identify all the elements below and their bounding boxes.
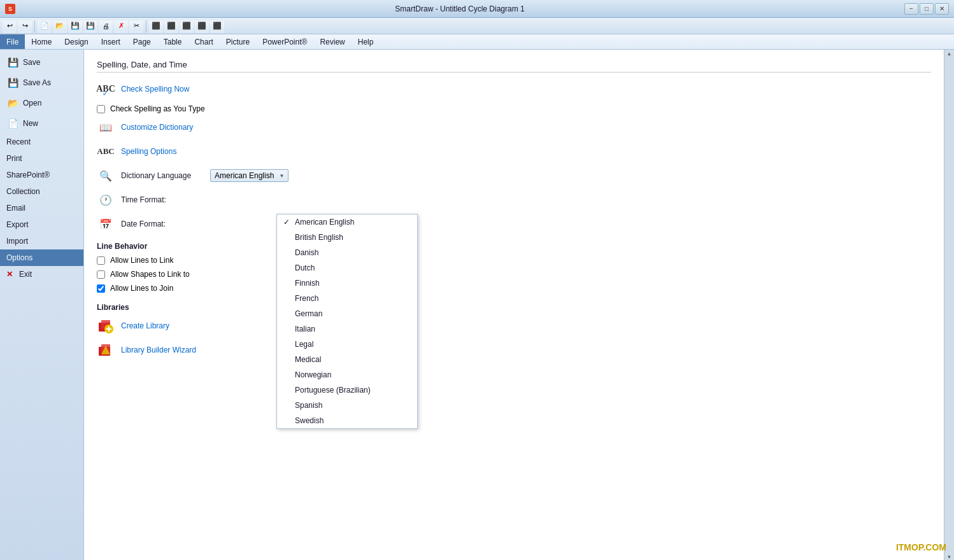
dropdown-option-norwegian[interactable]: Norwegian	[277, 367, 417, 382]
toolbar-btn5[interactable]: ⬛	[210, 20, 224, 32]
sidebar-item-export[interactable]: Export	[0, 216, 83, 233]
window-title: SmartDraw - Untitled Cycle Diagram 1	[15, 4, 904, 13]
toolbar-save2[interactable]: 💾	[83, 20, 97, 32]
dropdown-option-medical[interactable]: Medical	[277, 352, 417, 367]
spelling-options-row: ABC Spelling Options	[97, 143, 931, 160]
menu-page[interactable]: Page	[127, 34, 157, 49]
toolbar-save[interactable]: 💾	[68, 20, 82, 32]
sidebar-item-new[interactable]: 📄 New	[0, 113, 83, 134]
menu-table[interactable]: Table	[157, 34, 189, 49]
sidebar-item-collection[interactable]: Collection	[0, 183, 83, 200]
time-icon: 🕐	[97, 191, 115, 209]
menu-home[interactable]: Home	[25, 34, 58, 49]
menu-powerpoint[interactable]: PowerPoint®	[256, 34, 313, 49]
create-library-icon	[97, 317, 115, 335]
toolbar-new[interactable]: 📄	[38, 20, 52, 32]
toolbar-undo[interactable]: ↩	[3, 20, 17, 32]
toolbar-btn4[interactable]: ⬛	[195, 20, 209, 32]
date-format-row: 📅 Date Format:	[97, 215, 931, 233]
sidebar-saveas-label: Save As	[23, 78, 51, 87]
allow-lines-join-checkbox[interactable]	[97, 284, 105, 293]
sidebar-item-print[interactable]: Print	[0, 150, 83, 167]
menu-picture[interactable]: Picture	[220, 34, 256, 49]
menu-design[interactable]: Design	[58, 34, 94, 49]
dropdown-option-dutch[interactable]: Dutch	[277, 260, 417, 276]
toolbar-btn3[interactable]: ⬛	[180, 20, 194, 32]
sidebar-item-sharepoint[interactable]: SharePoint®	[0, 167, 83, 183]
dropdown-option-finnish[interactable]: Finnish	[277, 276, 417, 291]
date-format-label: Date Format:	[121, 220, 204, 228]
dropdown-option-spanish[interactable]: Spanish	[277, 398, 417, 413]
menu-file[interactable]: File	[0, 34, 25, 49]
dropdown-option-british-english[interactable]: British English	[277, 230, 417, 245]
toolbar-sep-2	[146, 20, 146, 32]
toolbar-delete[interactable]: ✗	[114, 20, 128, 32]
menu-insert[interactable]: Insert	[95, 34, 127, 49]
dict-lang-icon: 🔍	[97, 167, 115, 185]
maximize-button[interactable]: □	[920, 3, 934, 15]
sidebar-item-recent[interactable]: Recent	[0, 134, 83, 150]
toolbar-redo[interactable]: ↪	[18, 20, 32, 32]
title-bar: S SmartDraw - Untitled Cycle Diagram 1 −…	[0, 0, 954, 18]
watermark: ITMOP.COM	[896, 542, 946, 552]
customize-dict-label[interactable]: Customize Dictionary	[121, 123, 193, 132]
sidebar-email-label: Email	[6, 204, 25, 213]
time-format-label: Time Format:	[121, 195, 204, 204]
sidebar-item-import[interactable]: Import	[0, 233, 83, 249]
open-icon: 📂	[6, 97, 19, 109]
close-button[interactable]: ✕	[935, 3, 949, 15]
library-builder-row[interactable]: Library Builder Wizard	[97, 341, 931, 359]
menu-chart[interactable]: Chart	[188, 34, 219, 49]
check-spelling-type-checkbox[interactable]	[97, 105, 105, 113]
check-spelling-now-row: ABC ✓ Check Spelling Now	[97, 80, 931, 98]
sidebar-sharepoint-label: SharePoint®	[6, 171, 50, 179]
sidebar-item-open[interactable]: 📂 Open	[0, 93, 83, 113]
sidebar-item-email[interactable]: Email	[0, 200, 83, 216]
scrollbar[interactable]: ▲ ▼	[944, 50, 954, 560]
dropdown-option-french[interactable]: French	[277, 291, 417, 306]
toolbar: ↩ ↪ 📄 📂 💾 💾 🖨 ✗ ✂ ⬛ ⬛ ⬛ ⬛ ⬛	[0, 18, 954, 34]
toolbar-btn1[interactable]: ⬛	[149, 20, 163, 32]
toolbar-btn2[interactable]: ⬛	[164, 20, 178, 32]
saveas-icon: 💾	[6, 76, 19, 89]
dropdown-option-legal[interactable]: Legal	[277, 337, 417, 352]
dict-lang-label: Dictionary Language	[121, 171, 204, 180]
spelling-options-label[interactable]: Spelling Options	[121, 147, 176, 156]
customize-dict-row: 📖 Customize Dictionary	[97, 118, 931, 136]
check-spelling-now-label[interactable]: Check Spelling Now	[121, 85, 189, 94]
libraries-title: Libraries	[97, 303, 931, 312]
toolbar-print[interactable]: 🖨	[99, 20, 113, 32]
dropdown-option-swedish[interactable]: Swedish	[277, 413, 417, 428]
toolbar-cut[interactable]: ✂	[129, 20, 143, 32]
new-icon: 📄	[6, 117, 19, 130]
dropdown-option-american-english[interactable]: American English	[277, 214, 417, 230]
sidebar-item-save[interactable]: 💾 Save	[0, 52, 83, 73]
main-area: 💾 Save 💾 Save As 📂 Open 📄 New Recent Pri…	[0, 50, 954, 560]
library-builder-icon	[97, 341, 115, 359]
dropdown-option-danish[interactable]: Danish	[277, 245, 417, 260]
allow-shapes-link-checkbox[interactable]	[97, 270, 105, 279]
content-area: Spelling, Date, and Time ABC ✓ Check Spe…	[84, 50, 944, 560]
toolbar-open[interactable]: 📂	[53, 20, 67, 32]
sidebar-item-exit[interactable]: ✕ Exit	[0, 266, 83, 283]
minimize-button[interactable]: −	[904, 3, 918, 15]
dropdown-option-italian[interactable]: Italian	[277, 321, 417, 337]
menu-bar: File Home Design Insert Page Table Chart…	[0, 34, 954, 50]
dropdown-option-german[interactable]: German	[277, 306, 417, 321]
create-library-row[interactable]: Create Library	[97, 317, 931, 335]
menu-review[interactable]: Review	[313, 34, 351, 49]
sidebar-item-options[interactable]: Options	[0, 249, 83, 266]
allow-lines-join-row: Allow Lines to Join	[97, 284, 931, 293]
dict-lang-dropdown[interactable]: American English ▼	[210, 169, 288, 182]
spelling-section-title: Spelling, Date, and Time	[97, 60, 931, 73]
sidebar-item-saveas[interactable]: 💾 Save As	[0, 73, 83, 93]
library-builder-label: Library Builder Wizard	[121, 346, 196, 354]
menu-help[interactable]: Help	[352, 34, 380, 49]
allow-lines-link-checkbox[interactable]	[97, 256, 105, 265]
allow-shapes-link-row: Allow Shapes to Link to	[97, 270, 931, 279]
exit-icon: ✕	[6, 270, 13, 279]
dict-lang-selected: American English	[215, 171, 274, 180]
check-spelling-type-label: Check Spelling as You Type	[110, 104, 205, 113]
dropdown-arrow-icon: ▼	[279, 173, 284, 179]
dropdown-option-portuguese[interactable]: Portuguese (Brazilian)	[277, 382, 417, 398]
